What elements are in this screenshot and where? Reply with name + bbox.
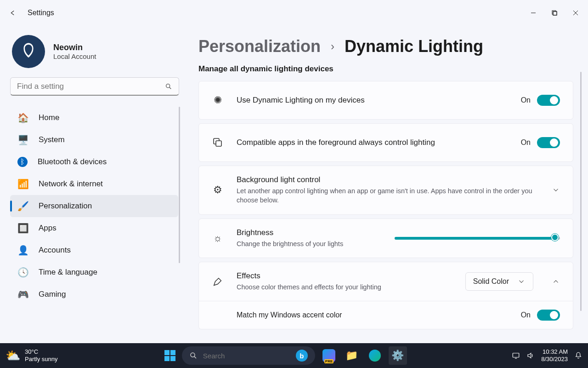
sidebar: Neowin Local Account 🏠Home 🖥️System ᛒBlu… <box>0 26 184 343</box>
nav-item-personalization[interactable]: 🖌️Personalization <box>10 195 178 217</box>
dropdown-value: Solid Color <box>473 277 509 286</box>
weather-temp: 30°C <box>25 348 58 356</box>
svg-rect-6 <box>164 350 170 355</box>
taskbar-search-input[interactable] <box>203 352 290 360</box>
nav-item-bluetooth[interactable]: ᛒBluetooth & devices <box>10 151 178 173</box>
page-title: Dynamic Lighting <box>345 37 483 56</box>
search-box[interactable] <box>10 77 179 96</box>
svg-rect-9 <box>170 356 175 361</box>
avatar <box>12 35 45 68</box>
chevron-down-icon <box>517 277 526 286</box>
user-name: Neowin <box>53 43 96 52</box>
pen-icon <box>212 276 224 287</box>
card-title: Background light control <box>237 175 539 184</box>
match-accent-toggle[interactable] <box>537 310 560 321</box>
wifi-icon: 📶 <box>17 178 28 190</box>
svg-point-10 <box>191 353 195 357</box>
compatible-apps-toggle[interactable] <box>537 137 560 148</box>
card-title: Compatible apps in the foreground always… <box>237 138 508 147</box>
svg-point-3 <box>166 84 170 87</box>
chevron-up-icon[interactable] <box>552 277 560 286</box>
taskbar-app-edge[interactable] <box>366 346 384 365</box>
card-title: Brightness <box>237 228 382 237</box>
clock[interactable]: 10:32 AM 8/30/2023 <box>541 348 568 362</box>
close-button[interactable] <box>565 4 586 22</box>
card-title: Match my Windows accent color <box>237 311 521 319</box>
start-button[interactable] <box>163 348 177 363</box>
windows-icon <box>164 349 176 362</box>
card-match-accent: Match my Windows accent color On <box>198 301 573 329</box>
card-effects: Effects Choose color themes and effects … <box>198 262 573 301</box>
use-dynamic-toggle[interactable] <box>537 95 560 106</box>
svg-rect-5 <box>216 141 221 146</box>
toggle-state-label: On <box>521 96 531 104</box>
card-brightness: ☼ Brightness Change the brightness of yo… <box>198 218 573 258</box>
gear-icon: ⚙ <box>212 184 224 196</box>
svg-rect-11 <box>513 353 519 357</box>
bluetooth-icon: ᛒ <box>17 157 28 167</box>
nav-label: Network & internet <box>39 179 103 189</box>
nav-item-accounts[interactable]: 👤Accounts <box>10 239 178 261</box>
person-icon: 👤 <box>17 245 28 256</box>
maximize-icon <box>552 10 557 16</box>
copilot-icon: PRE <box>322 349 335 362</box>
weather-widget[interactable]: ⛅ 30°C Partly sunny <box>6 348 58 362</box>
chevron-down-icon[interactable] <box>552 186 560 194</box>
close-icon <box>573 10 578 16</box>
nav: 🏠Home 🖥️System ᛒBluetooth & devices 📶Net… <box>10 107 178 305</box>
breadcrumb-parent[interactable]: Personalization <box>198 37 321 56</box>
volume-icon <box>526 351 535 360</box>
nav-scrollbar[interactable] <box>179 107 180 263</box>
taskbar-app-settings[interactable]: ⚙️ <box>389 346 407 365</box>
nav-item-network[interactable]: 📶Network & internet <box>10 173 178 195</box>
card-use-dynamic: ✺ Use Dynamic Lighting on my devices On <box>198 81 573 120</box>
nav-label: Time & language <box>39 268 97 277</box>
search-input[interactable] <box>17 82 165 91</box>
brush-icon: 🖌️ <box>17 201 28 212</box>
section-label: Manage all dynamic lighting devices <box>198 64 573 74</box>
edge-icon <box>369 350 381 362</box>
nav-item-time[interactable]: 🕓Time & language <box>10 261 178 283</box>
gamepad-icon: 🎮 <box>17 289 28 300</box>
clock-date: 8/30/2023 <box>541 356 568 363</box>
search-icon <box>189 351 198 360</box>
user-subtitle: Local Account <box>53 52 96 60</box>
nav-label: Gaming <box>39 290 66 299</box>
brightness-icon: ☼ <box>212 232 224 244</box>
brightness-slider[interactable] <box>395 237 560 240</box>
nav-item-gaming[interactable]: 🎮Gaming <box>10 283 178 305</box>
nav-label: Accounts <box>39 246 71 255</box>
home-icon: 🏠 <box>17 112 28 123</box>
nav-label: Personalization <box>39 201 92 211</box>
chevron-right-icon: › <box>331 40 334 53</box>
toggle-state-label: On <box>521 311 531 319</box>
taskbar-app-explorer[interactable]: 📁 <box>343 346 361 365</box>
main-scrollbar[interactable] <box>580 72 582 311</box>
card-subtitle: Let another app control lighting when an… <box>237 186 539 205</box>
card-title: Use Dynamic Lighting on my devices <box>237 96 508 105</box>
nav-item-apps[interactable]: 🔲Apps <box>10 217 178 239</box>
maximize-button[interactable] <box>544 4 565 22</box>
sparkle-icon: ✺ <box>212 94 224 106</box>
card-title: Effects <box>237 271 452 281</box>
nav-item-home[interactable]: 🏠Home <box>10 107 178 129</box>
gear-icon: ⚙️ <box>391 350 404 362</box>
user-block[interactable]: Neowin Local Account <box>10 29 178 77</box>
taskbar-app-copilot[interactable]: PRE <box>320 346 338 365</box>
monitor-icon <box>512 351 520 360</box>
bing-icon: b <box>296 350 308 362</box>
bell-icon[interactable] <box>574 351 582 360</box>
card-subtitle: Change the brightness of your lights <box>237 239 382 248</box>
taskbar: ⛅ 30°C Partly sunny b PRE 📁 ⚙️ 10:32 AM … <box>0 343 588 368</box>
minimize-button[interactable] <box>523 4 544 22</box>
system-tray[interactable]: 10:32 AM 8/30/2023 <box>512 348 582 362</box>
card-compatible-apps: Compatible apps in the foreground always… <box>198 123 573 162</box>
taskbar-search[interactable]: b <box>182 346 315 365</box>
app-title: Settings <box>28 9 54 17</box>
card-background-control[interactable]: ⚙ Background light control Let another a… <box>198 166 573 215</box>
toggle-state-label: On <box>521 138 531 147</box>
back-arrow-icon <box>9 9 17 17</box>
back-button[interactable] <box>2 4 24 22</box>
effects-dropdown[interactable]: Solid Color <box>465 272 533 291</box>
nav-item-system[interactable]: 🖥️System <box>10 129 178 151</box>
